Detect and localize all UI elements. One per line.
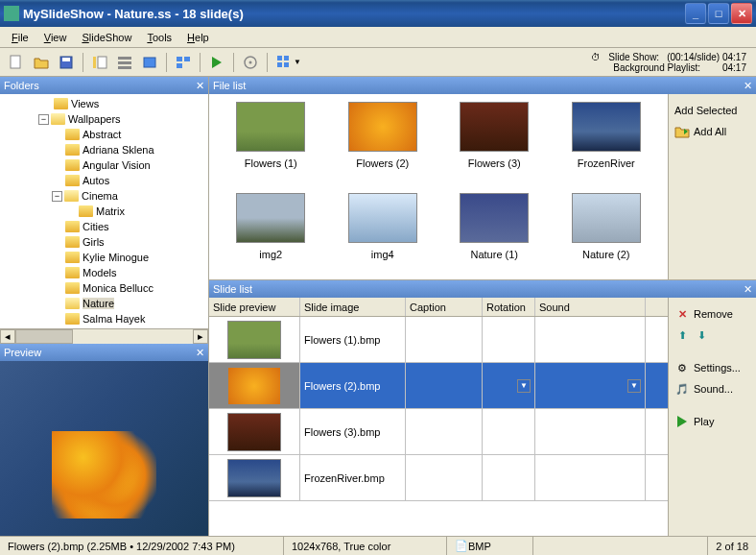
- thumbnail-image: [572, 193, 641, 243]
- maximize-button[interactable]: □: [708, 3, 729, 24]
- titlebar: MySlideShow - Nature.ss - 18 slide(s) _ …: [0, 0, 756, 27]
- add-selected-button[interactable]: Add Selected: [673, 100, 752, 121]
- gear-icon: ⚙: [674, 360, 690, 375]
- rotation-dropdown-icon[interactable]: ▼: [517, 379, 531, 393]
- svg-rect-11: [177, 63, 182, 68]
- file-item[interactable]: Flowers (2): [329, 102, 437, 181]
- thumbnail-image: [348, 193, 417, 243]
- menu-help[interactable]: Help: [179, 30, 217, 45]
- folders-hscroll[interactable]: ◂▸: [0, 328, 208, 344]
- col-image[interactable]: Slide image: [300, 298, 406, 316]
- add-all-icon: [674, 124, 690, 139]
- folder-icon: [65, 236, 80, 248]
- slide-row-selected[interactable]: Flowers (2).bmp ▼ ▼: [209, 363, 668, 409]
- remove-icon: ✕: [674, 306, 690, 322]
- app-icon: [4, 6, 19, 21]
- slide-thumb: [227, 459, 281, 497]
- status-dims: 1024x768, True color: [284, 537, 447, 555]
- thumbnail-image: [348, 102, 417, 152]
- folders-title: Folders: [4, 80, 39, 91]
- move-buttons: ⬆⬇: [673, 325, 752, 346]
- folder-icon: [65, 221, 80, 232]
- col-rotation[interactable]: Rotation: [483, 298, 535, 316]
- folder-tree[interactable]: Views −Wallpapers Abstract Adriana Sklen…: [0, 94, 208, 328]
- file-item[interactable]: img4: [329, 193, 437, 273]
- svg-rect-9: [177, 57, 182, 61]
- open-button[interactable]: [30, 51, 53, 74]
- toolbar: ▼ ⏱ Slide Show:(00:14/slide) 04:17 Backg…: [0, 48, 756, 77]
- slide-grid[interactable]: Slide preview Slide image Caption Rotati…: [209, 298, 668, 536]
- svg-rect-0: [11, 56, 20, 68]
- play-button[interactable]: [205, 51, 228, 74]
- svg-rect-7: [118, 66, 131, 69]
- tree-selected[interactable]: Nature: [83, 298, 114, 309]
- svg-rect-2: [62, 58, 70, 61]
- remove-button[interactable]: ✕Remove: [673, 303, 752, 325]
- folder-icon: [65, 175, 80, 186]
- preview-title: Preview: [4, 347, 41, 358]
- preview-panel: Preview✕: [0, 344, 208, 536]
- svg-rect-14: [277, 56, 282, 60]
- col-caption[interactable]: Caption: [406, 298, 483, 316]
- menu-slideshow[interactable]: SlideShow: [74, 30, 139, 45]
- new-button[interactable]: [5, 51, 28, 74]
- status-fmt: 📄 BMP: [447, 537, 533, 555]
- svg-rect-5: [118, 57, 131, 60]
- thumbview-button[interactable]: ▼: [272, 51, 305, 74]
- file-item[interactable]: Nature (1): [440, 193, 549, 273]
- file-item[interactable]: Nature (2): [553, 193, 661, 273]
- filelist-title: File list: [213, 80, 246, 91]
- slidelist-panel: Slide list✕ Slide preview Slide image Ca…: [209, 280, 756, 536]
- grid-header: Slide preview Slide image Caption Rotati…: [209, 298, 668, 317]
- menu-view[interactable]: View: [36, 30, 75, 45]
- svg-rect-8: [144, 58, 155, 67]
- thumbnail-image: [572, 102, 641, 152]
- folder-icon: [65, 144, 80, 156]
- file-item[interactable]: FrozenRiver: [553, 102, 661, 181]
- slide-thumb: [227, 413, 281, 451]
- close-button[interactable]: ✕: [731, 3, 752, 24]
- file-item[interactable]: Flowers (1): [217, 102, 325, 181]
- col-preview[interactable]: Slide preview: [209, 298, 300, 316]
- play-icon: [674, 414, 690, 429]
- folders-close-icon[interactable]: ✕: [196, 80, 204, 92]
- view2-button[interactable]: [113, 51, 136, 74]
- sound-button[interactable]: 🎵Sound...: [673, 378, 752, 399]
- view4-button[interactable]: [172, 51, 195, 74]
- thumbnail-image: [460, 193, 529, 243]
- save-button[interactable]: [55, 51, 78, 74]
- collapse-icon[interactable]: −: [38, 114, 49, 125]
- folder-icon: [65, 282, 80, 294]
- status-pos: 2 of 18: [707, 537, 756, 555]
- slide-row[interactable]: FrozenRiver.bmp: [209, 455, 668, 501]
- menu-tools[interactable]: Tools: [139, 30, 179, 45]
- window-title: MySlideShow - Nature.ss - 18 slide(s): [23, 7, 683, 21]
- view1-button[interactable]: [88, 51, 111, 74]
- file-item[interactable]: Flowers (3): [440, 102, 549, 181]
- play-slide-button[interactable]: Play: [673, 411, 752, 432]
- slide-row[interactable]: Flowers (1).bmp: [209, 317, 668, 363]
- settings-button[interactable]: ⚙Settings...: [673, 357, 752, 378]
- preview-image: [0, 361, 208, 536]
- preview-close-icon[interactable]: ✕: [196, 347, 204, 359]
- sound-dropdown-icon[interactable]: ▼: [627, 379, 641, 393]
- move-down-icon[interactable]: ⬇: [694, 327, 709, 343]
- add-all-button[interactable]: Add All: [673, 121, 752, 142]
- slidelist-title: Slide list: [213, 283, 252, 295]
- file-thumbnails[interactable]: Flowers (1) Flowers (2) Flowers (3) Froz…: [209, 94, 668, 279]
- slide-thumb: [227, 367, 281, 405]
- collapse-icon[interactable]: −: [52, 191, 62, 202]
- status-file: Flowers (2).bmp (2.25MB • 12/29/2002 7:4…: [0, 537, 284, 555]
- slide-row[interactable]: Flowers (3).bmp: [209, 409, 668, 455]
- move-up-icon[interactable]: ⬆: [674, 327, 690, 343]
- cd-button[interactable]: [239, 51, 262, 74]
- filelist-close-icon[interactable]: ✕: [744, 80, 752, 92]
- file-item[interactable]: img2: [217, 193, 325, 273]
- menu-file[interactable]: File: [4, 30, 36, 45]
- slidelist-close-icon[interactable]: ✕: [744, 283, 752, 296]
- minimize-button[interactable]: _: [685, 3, 706, 24]
- view3-button[interactable]: [138, 51, 161, 74]
- folder-open-icon: [64, 190, 79, 202]
- col-sound[interactable]: Sound: [535, 298, 646, 316]
- statusbar: Flowers (2).bmp (2.25MB • 12/29/2002 7:4…: [0, 536, 756, 555]
